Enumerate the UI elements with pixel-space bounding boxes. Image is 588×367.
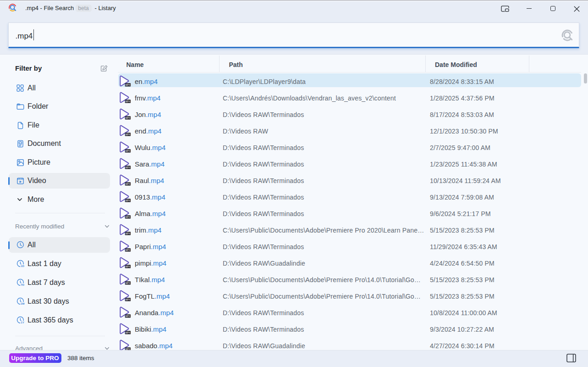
svg-text:MP4: MP4	[125, 83, 130, 86]
svg-text:MP4: MP4	[125, 183, 130, 185]
svg-text:MP4: MP4	[125, 249, 130, 251]
svg-text:MP4: MP4	[125, 199, 130, 201]
svg-text:MP4: MP4	[125, 166, 130, 168]
svg-text:1Y: 1Y	[21, 321, 24, 324]
svg-text:7D: 7D	[21, 283, 24, 286]
svg-text:MP4: MP4	[125, 232, 130, 234]
svg-text:1M: 1M	[21, 302, 25, 305]
svg-text:MP4: MP4	[125, 282, 130, 284]
svg-text:MP4: MP4	[125, 216, 130, 218]
svg-text:MP4: MP4	[125, 298, 130, 300]
svg-text:MP4: MP4	[125, 315, 130, 317]
svg-text:MP4: MP4	[125, 100, 130, 102]
svg-text:MP4: MP4	[125, 150, 130, 152]
svg-text:MP4: MP4	[125, 265, 130, 267]
svg-text:1D: 1D	[21, 264, 24, 267]
svg-text:MP4: MP4	[125, 117, 130, 119]
svg-text:MP4: MP4	[125, 331, 130, 334]
svg-text:MP4: MP4	[125, 133, 130, 135]
